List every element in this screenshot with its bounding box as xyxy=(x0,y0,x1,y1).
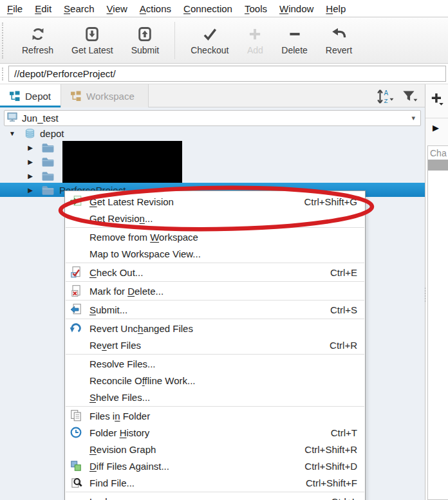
toolbar-separator xyxy=(174,22,175,59)
menu-item-revision-graph[interactable]: Revision GraphCtrl+Shift+R xyxy=(65,441,365,458)
menu-item-find-file[interactable]: Find File...Ctrl+Shift+F xyxy=(65,474,365,491)
menu-item-revert-unchanged-files[interactable]: Revert Unchanged Files xyxy=(65,320,365,337)
submit-icon xyxy=(136,26,153,42)
changelist-pane: Cha xyxy=(427,145,448,500)
menu-item-check-out[interactable]: Check Out...Ctrl+E xyxy=(65,264,365,281)
menu-item-resolve-files[interactable]: Resolve Files... xyxy=(65,355,365,372)
svg-text:A: A xyxy=(384,89,388,97)
submit-button[interactable]: Submit xyxy=(122,23,169,58)
checkout-button[interactable]: Checkout xyxy=(182,23,238,58)
menu-item-mark-for-delete[interactable]: Mark for Delete... xyxy=(65,282,365,299)
address-bar-grip[interactable] xyxy=(2,68,5,80)
address-input[interactable] xyxy=(8,66,446,82)
folder-icon xyxy=(41,185,55,196)
expand-arrow-icon[interactable]: ▶ xyxy=(27,187,33,194)
menu-separator xyxy=(66,492,364,492)
m-find-icon xyxy=(68,476,84,489)
menu-item-files-in-folder[interactable]: Files in Folder xyxy=(65,407,365,424)
m-diff-icon xyxy=(68,459,84,472)
menubar-item-connection[interactable]: Connection xyxy=(182,2,234,15)
menu-item-map-to-workspace-view[interactable]: Map to Workspace View... xyxy=(65,245,365,262)
tab-depot[interactable]: Depot xyxy=(0,84,61,107)
expand-arrow-icon[interactable]: ▶ xyxy=(27,144,33,151)
menu-item-shortcut: Ctrl+S xyxy=(330,304,357,315)
get-latest-icon xyxy=(84,26,100,42)
combo-dropdown-arrow[interactable]: ▾ xyxy=(411,114,415,122)
collapse-arrow-icon[interactable]: ▼ xyxy=(9,130,15,137)
expand-arrow-icon[interactable]: ▶ xyxy=(27,158,33,165)
menubar-item-tools[interactable]: Tools xyxy=(243,2,269,15)
menu-separator xyxy=(66,406,364,407)
menubar-item-edit[interactable]: Edit xyxy=(33,2,53,15)
folder-icon xyxy=(41,142,55,153)
folder-icon xyxy=(41,171,55,181)
menu-item-label: Revert Files xyxy=(89,340,317,351)
add-icon xyxy=(247,26,263,42)
add-pane-button[interactable] xyxy=(429,91,445,107)
filter-button[interactable] xyxy=(399,89,420,104)
m-files-icon xyxy=(68,409,84,422)
menubar-item-actions[interactable]: Actions xyxy=(138,2,173,15)
workspace-selector[interactable]: Jun_test ▾ xyxy=(4,110,421,126)
delete-button[interactable]: Delete xyxy=(272,23,316,58)
menu-item-diff-files-against[interactable]: Diff Files Against...Ctrl+Shift+D xyxy=(65,458,365,474)
menubar-item-search[interactable]: Search xyxy=(62,2,97,15)
menu-item-shortcut: Ctrl+Shift+G xyxy=(304,196,357,207)
menu-item-submit[interactable]: Submit...Ctrl+S xyxy=(65,301,365,318)
menu-item-revert-files[interactable]: Revert FilesCtrl+R xyxy=(65,337,365,353)
menu-item-label: Map to Workspace View... xyxy=(89,248,357,259)
db-icon xyxy=(24,128,35,139)
m-history-icon xyxy=(68,426,84,439)
tab-depot-label: Depot xyxy=(25,91,51,102)
toolbar-button-label: Submit xyxy=(131,45,160,55)
menubar-item-view[interactable]: View xyxy=(105,2,129,15)
menu-item-lock[interactable]: LockCtrl+L xyxy=(65,493,365,500)
menu-item-remove-from-workspace[interactable]: Remove from Workspace xyxy=(65,228,365,245)
menu-item-label: Files in Folder xyxy=(89,411,357,421)
menu-item-reconcile-offline-work[interactable]: Reconcile Offline Work... xyxy=(65,372,365,389)
menu-item-shortcut: Ctrl+R xyxy=(330,340,357,351)
menu-icon-placeholder xyxy=(68,230,84,243)
menubar-item-help[interactable]: Help xyxy=(324,2,348,15)
menubar-item-window[interactable]: Window xyxy=(277,2,315,15)
menu-separator xyxy=(66,263,364,263)
refresh-button[interactable]: Refresh xyxy=(13,23,62,58)
expand-panel-icon[interactable]: ▶ xyxy=(433,123,439,133)
menu-icon-placeholder xyxy=(68,443,84,456)
tree-row[interactable]: ▼depot xyxy=(0,126,425,140)
menu-item-label: Resolve Files... xyxy=(89,358,357,369)
menubar-item-file[interactable]: File xyxy=(5,2,24,15)
menu-bar: FileEditSearchViewActionsConnectionTools… xyxy=(0,0,448,17)
menu-item-folder-history[interactable]: Folder HistoryCtrl+T xyxy=(65,424,365,441)
menu-item-label: Shelve Files... xyxy=(89,392,357,403)
address-bar-row xyxy=(0,64,448,84)
menu-icon-placeholder xyxy=(68,374,84,387)
menu-item-label: Diff Files Against... xyxy=(89,461,292,472)
changelist-pane-header: Cha xyxy=(428,146,448,160)
menu-item-label: Revision Graph xyxy=(89,444,292,455)
folder-icon xyxy=(41,156,55,167)
menu-item-label: Submit... xyxy=(89,304,317,315)
menu-item-get-latest-revision[interactable]: Get Latest RevisionCtrl+Shift+G xyxy=(65,193,365,210)
expand-arrow-icon[interactable]: ▶ xyxy=(27,172,33,180)
right-panel: ▶ Cha xyxy=(425,84,448,500)
redaction-box xyxy=(62,141,182,183)
menu-icon-placeholder xyxy=(68,357,84,370)
menu-item-shortcut: Ctrl+L xyxy=(331,496,357,500)
menu-separator xyxy=(66,281,364,282)
revert-button[interactable]: Revert xyxy=(317,23,361,58)
menu-item-shelve-files[interactable]: Shelve Files... xyxy=(65,389,365,405)
sort-button[interactable]: AZ xyxy=(375,89,395,104)
menu-icon-placeholder xyxy=(68,247,84,260)
menu-separator xyxy=(66,354,364,355)
get-latest-button[interactable]: Get Latest xyxy=(62,23,122,58)
menu-item-get-revision[interactable]: Get Revision... xyxy=(65,210,365,227)
toolbar-grip[interactable] xyxy=(2,23,5,59)
changelist-pane-columnbar[interactable] xyxy=(428,160,448,171)
m-revert-icon xyxy=(68,322,84,335)
menu-item-label: Folder History xyxy=(89,427,318,438)
tab-workspace[interactable]: Workspace xyxy=(61,84,149,107)
tab-bar: Depot Workspace AZ xyxy=(0,84,425,107)
m-get-latest-icon xyxy=(68,195,84,208)
depot-tree-icon xyxy=(9,91,20,102)
